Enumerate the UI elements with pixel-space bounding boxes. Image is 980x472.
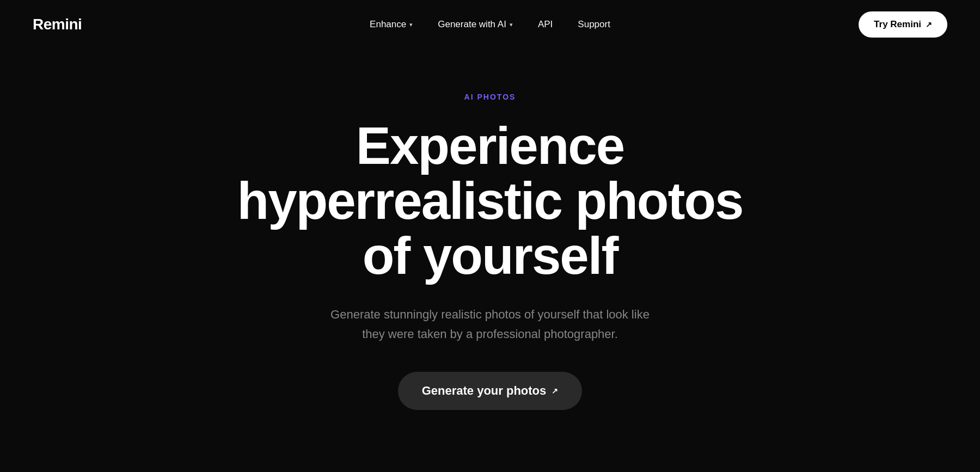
enhance-chevron-icon: ▾	[409, 21, 413, 28]
try-remini-label: Try Remini	[874, 19, 921, 30]
nav-generate[interactable]: Generate with AI ▾	[428, 14, 523, 35]
enhance-label: Enhance	[370, 19, 406, 30]
generate-chevron-icon: ▾	[510, 21, 513, 28]
nav: Enhance ▾ Generate with AI ▾ API Support	[360, 14, 620, 35]
hero-title: Experience hyperrealistic photos of your…	[223, 119, 757, 283]
generate-photos-external-icon: ↗	[552, 387, 558, 395]
nav-enhance[interactable]: Enhance ▾	[360, 14, 422, 35]
hero-subtitle: Generate stunningly realistic photos of …	[327, 305, 653, 343]
generate-label: Generate with AI	[438, 19, 506, 30]
support-label: Support	[578, 19, 610, 30]
logo[interactable]: Remini	[33, 16, 82, 33]
try-remini-button[interactable]: Try Remini ↗	[859, 11, 947, 38]
hero-section: AI PHOTOS Experience hyperrealistic phot…	[0, 49, 980, 443]
nav-support[interactable]: Support	[568, 14, 620, 35]
nav-api[interactable]: API	[528, 14, 562, 35]
try-remini-external-icon: ↗	[926, 20, 932, 29]
api-label: API	[538, 19, 553, 30]
header: Remini Enhance ▾ Generate with AI ▾ API …	[0, 0, 980, 49]
hero-badge: AI PHOTOS	[464, 93, 516, 101]
generate-photos-label: Generate your photos	[422, 384, 547, 398]
generate-photos-button[interactable]: Generate your photos ↗	[398, 372, 583, 410]
